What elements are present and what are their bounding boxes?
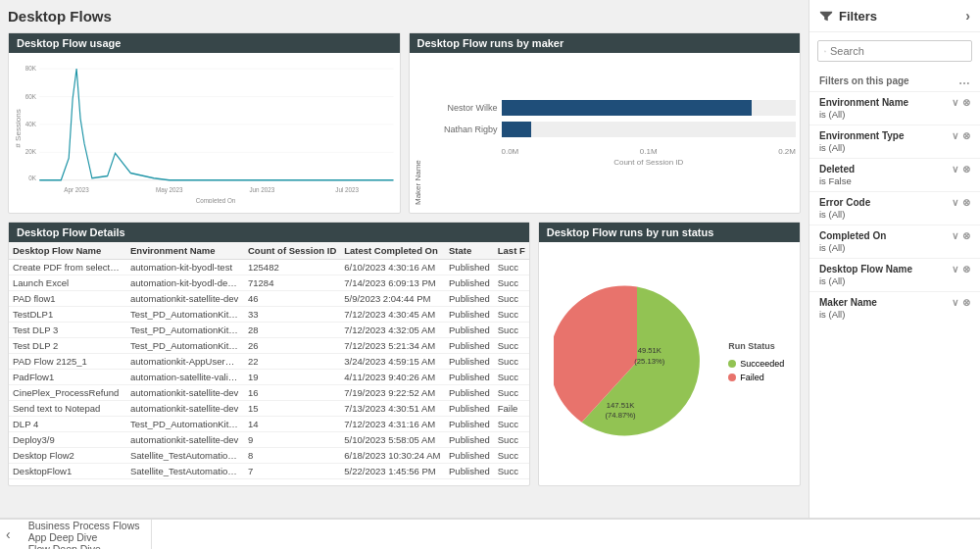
maker-name-1: Nathan Rigby: [424, 125, 498, 134]
page-title: Desktop Flows: [8, 8, 801, 25]
table-cell: automationkit-AppUserCreation: [126, 354, 244, 370]
filter-item-5[interactable]: Desktop Flow Name ∨ ⊗ is (All): [809, 258, 980, 291]
filters-close-button[interactable]: ›: [965, 8, 970, 24]
filter-items-container: Environment Name ∨ ⊗ is (All) Environmen…: [809, 91, 980, 324]
filter-item-6[interactable]: Maker Name ∨ ⊗ is (All): [809, 291, 980, 324]
filter-chevron-0[interactable]: ∨: [952, 97, 958, 108]
svg-text:Jul 2023: Jul 2023: [335, 184, 359, 194]
filter-controls-3: ∨ ⊗: [952, 197, 970, 208]
filter-clear-6[interactable]: ⊗: [962, 297, 970, 308]
filter-clear-4[interactable]: ⊗: [962, 230, 970, 241]
filter-chevron-5[interactable]: ∨: [952, 264, 958, 274]
tab-item-2[interactable]: Flow Deep Dive: [17, 543, 153, 549]
tab-item-0[interactable]: Business Process Flows: [17, 520, 153, 531]
svg-text:60K: 60K: [25, 91, 36, 101]
table-cell: Succ: [494, 307, 529, 323]
table-cell: Succ: [494, 464, 529, 479]
svg-text:# Sessions: # Sessions: [15, 109, 23, 148]
table-cell: Test DLP 3: [9, 323, 126, 338]
table-cell: Faile: [494, 401, 529, 417]
filter-label-2: Deleted: [819, 164, 855, 175]
filter-label-4: Completed On: [819, 230, 886, 241]
details-table-wrapper[interactable]: Desktop Flow Name Environment Name Count…: [9, 242, 529, 481]
table-cell: 8: [244, 448, 340, 464]
table-cell: 7: [244, 464, 340, 479]
table-cell: TestDLP1: [9, 307, 126, 323]
filter-item-4[interactable]: Completed On ∨ ⊗ is (All): [809, 225, 980, 258]
svg-text:80K: 80K: [25, 63, 36, 73]
table-row: Desktop Flow2Satellite_TestAutomationKIT…: [9, 448, 529, 464]
filters-search-box[interactable]: [817, 40, 972, 62]
table-cell: Published: [445, 385, 494, 401]
legend-succeeded-label: Succeeded: [740, 359, 784, 369]
usage-svg: 80K 60K 40K 20K 0K # Sessions: [15, 59, 394, 203]
legend-failed-label: Failed: [740, 373, 764, 382]
col-latest-completed: Latest Completed On: [340, 242, 445, 260]
table-cell: Published: [445, 323, 494, 338]
tab-item-1[interactable]: App Deep Dive: [17, 531, 153, 543]
table-cell: automation-kit-byodl-demo: [126, 275, 244, 291]
table-cell: Published: [445, 417, 494, 432]
table-cell: 5/10/2023 5:58:05 AM: [340, 432, 445, 448]
table-cell: Succ: [494, 385, 529, 401]
filter-item-3[interactable]: Error Code ∨ ⊗ is (All): [809, 191, 980, 225]
filter-item-1[interactable]: Environment Type ∨ ⊗ is (All): [809, 125, 980, 158]
table-cell: CinePlex_ProcessRefund: [9, 385, 126, 401]
filter-clear-1[interactable]: ⊗: [962, 130, 970, 141]
filter-icon: [819, 9, 833, 23]
filter-clear-2[interactable]: ⊗: [962, 164, 970, 175]
table-cell: automationkit-satellite-dev: [126, 479, 244, 482]
table-cell: 6/10/2023 4:30:16 AM: [340, 260, 445, 275]
svg-line-21: [825, 51, 826, 52]
filter-clear-0[interactable]: ⊗: [962, 97, 970, 108]
table-cell: 4/11/2023 9:40:26 AM: [340, 370, 445, 385]
filters-search-input[interactable]: [830, 45, 965, 57]
filter-chevron-1[interactable]: ∨: [952, 130, 958, 141]
table-row: PadFlow1automation-satellite-validation1…: [9, 370, 529, 385]
table-cell: 3/24/2023 4:59:15 AM: [340, 354, 445, 370]
table-row: PAD flow1automationkit-satellite-dev465/…: [9, 291, 529, 307]
table-row: DLP 4Test_PD_AutomationKit_Satellite147/…: [9, 417, 529, 432]
table-cell: Pad Flow 1 for testing: [9, 479, 126, 482]
filter-clear-5[interactable]: ⊗: [962, 264, 970, 274]
table-cell: Succ: [494, 417, 529, 432]
svg-text:(25.13%): (25.13%): [635, 357, 665, 366]
table-cell: 71284: [244, 275, 340, 291]
filter-value-1: is (All): [819, 142, 970, 153]
table-cell: Satellite_TestAutomationKIT: [126, 464, 244, 479]
filter-chevron-4[interactable]: ∨: [952, 230, 958, 241]
table-cell: Succ: [494, 448, 529, 464]
status-chart-card: Desktop Flow runs by run status 49.51K (…: [538, 222, 801, 486]
svg-text:Jun 2023: Jun 2023: [249, 184, 274, 194]
table-cell: 7/19/2023 9:22:52 AM: [340, 385, 445, 401]
svg-point-20: [824, 50, 825, 51]
tab-prev-button[interactable]: ‹: [0, 520, 17, 549]
table-row: Test DLP 3Test_PD_AutomationKit_Satellit…: [9, 323, 529, 338]
maker-name-0: Nestor Wilke: [424, 103, 498, 113]
svg-text:(74.87%): (74.87%): [606, 411, 636, 420]
filter-controls-2: ∨ ⊗: [952, 164, 970, 175]
table-cell: Succ: [494, 275, 529, 291]
maker-bar-1: [502, 122, 531, 137]
maker-row-0: Nestor Wilke: [424, 100, 797, 116]
maker-chart-title: Desktop Flow runs by maker: [410, 33, 801, 53]
table-row: Launch Excelautomation-kit-byodl-demo712…: [9, 275, 529, 291]
filter-item-0[interactable]: Environment Name ∨ ⊗ is (All): [809, 91, 980, 125]
table-cell: Published: [445, 291, 494, 307]
table-cell: 7/13/2023 4:30:51 AM: [340, 401, 445, 417]
col-session-count: Count of Session ID: [244, 242, 340, 260]
table-cell: PadFlow1: [9, 370, 126, 385]
filter-controls-4: ∨ ⊗: [952, 230, 970, 241]
filter-chevron-2[interactable]: ∨: [952, 164, 958, 175]
filter-chevron-6[interactable]: ∨: [952, 297, 958, 308]
filter-clear-3[interactable]: ⊗: [962, 197, 970, 208]
maker-x-tick-0: 0.0M: [502, 147, 519, 156]
filter-item-2[interactable]: Deleted ∨ ⊗ is False: [809, 158, 980, 191]
table-cell: PAD flow1: [9, 291, 126, 307]
table-cell: 22: [244, 354, 340, 370]
details-table-card: Desktop Flow Details Desktop Flow Name E…: [8, 222, 530, 486]
table-cell: 15: [244, 401, 340, 417]
table-cell: 19: [244, 370, 340, 385]
filter-chevron-3[interactable]: ∨: [952, 197, 958, 208]
table-cell: Desktop Flow2: [9, 448, 126, 464]
